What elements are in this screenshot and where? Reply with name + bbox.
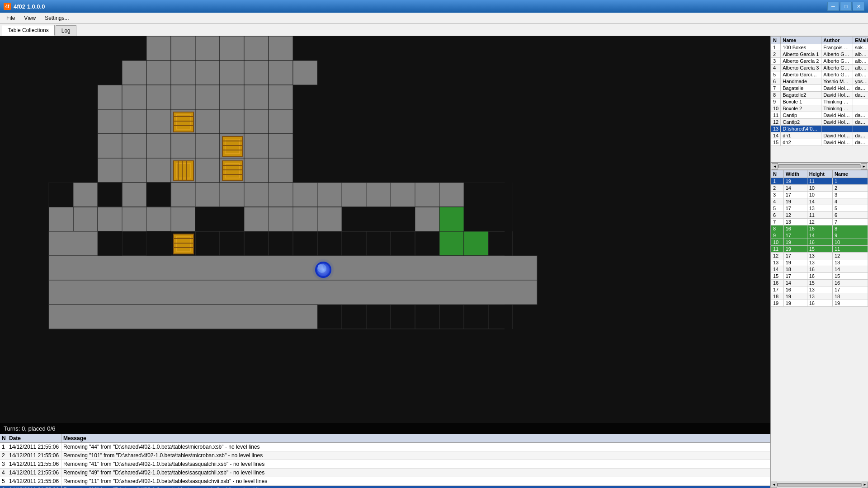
scrollbar-track[interactable] — [778, 164, 861, 168]
col-author: Author — [821, 37, 853, 44]
collection-row[interactable]: 8 Bagatelle2 David Holland david@ — [771, 92, 868, 99]
level-width: 19 — [783, 246, 807, 253]
collection-author: Alberto García — [821, 71, 853, 78]
levels-table[interactable]: N Width Height Name 1 19 11 1 2 14 10 2 … — [771, 170, 868, 481]
svg-rect-25 — [146, 109, 171, 134]
minimize-button[interactable]: ─ — [827, 2, 839, 11]
collection-n: 13 — [771, 126, 781, 132]
level-name: 9 — [832, 232, 868, 239]
level-row[interactable]: 3 17 10 3 — [771, 192, 868, 198]
collection-row[interactable]: 4 Alberto García 3 Alberto García albert… — [771, 65, 868, 71]
maximize-button[interactable]: □ — [840, 2, 852, 11]
collection-row[interactable]: 1 100 Boxes François Marques sokoba — [771, 44, 868, 51]
level-n: 9 — [771, 232, 784, 239]
log-header: N Date Message — [0, 434, 770, 443]
menubar: File View Settings... — [0, 13, 868, 23]
h-scrollbar[interactable]: ◄ ► — [771, 163, 868, 170]
collection-row[interactable]: 9 Boxole 1 Thinking Rabbit,... — [771, 99, 868, 105]
game-area[interactable]: Turns: 0, placed 0/6 — [0, 36, 770, 434]
svg-rect-128 — [49, 280, 537, 305]
level-width: 13 — [783, 219, 807, 225]
level-height: 16 — [807, 300, 832, 307]
collection-row[interactable]: 13 D:\shared\4f02-... — [771, 126, 868, 132]
level-row[interactable]: 17 16 13 17 — [771, 286, 868, 293]
level-name: 5 — [832, 205, 868, 212]
collection-author: David Holland — [821, 119, 853, 126]
log-n: 6 — [0, 486, 7, 488]
collection-row[interactable]: 7 Bagatelle David Holland david@ — [771, 85, 868, 92]
log-row[interactable]: 5 14/12/2011 21:55:06 Removing "11" from… — [0, 477, 770, 486]
levels-h-scrollbar[interactable]: ◄ ► — [771, 481, 868, 488]
collection-name: Alberto García B... — [781, 71, 821, 78]
collection-email: yoshio — [853, 78, 868, 85]
level-row[interactable]: 4 19 14 4 — [771, 198, 868, 205]
level-row[interactable]: 13 19 13 13 — [771, 259, 868, 266]
level-row[interactable]: 12 17 13 12 — [771, 253, 868, 259]
tab-table-collections[interactable]: Table Collections — [2, 25, 55, 36]
log-n: 3 — [0, 460, 7, 468]
titlebar-controls[interactable]: ─ □ ✕ — [827, 2, 864, 11]
collection-row[interactable]: 3 Alberto García 2 Alberto García albert… — [771, 58, 868, 65]
collection-email — [853, 99, 868, 105]
level-row[interactable]: 16 14 15 16 — [771, 280, 868, 286]
level-row[interactable]: 2 14 10 2 — [771, 185, 868, 192]
log-date: 14/12/2011 21:55:06 — [7, 451, 61, 460]
svg-rect-23 — [98, 109, 122, 134]
collection-row[interactable]: 15 dh2 David Holland david@ — [771, 139, 868, 146]
close-button[interactable]: ✕ — [853, 2, 864, 11]
collection-row[interactable]: 14 dh1 David Holland david@ — [771, 132, 868, 139]
menu-view[interactable]: View — [19, 14, 40, 22]
level-name: 12 — [832, 253, 868, 259]
collection-row[interactable]: 10 Boxole 2 Thinking Rabbit,... — [771, 105, 868, 112]
level-row[interactable]: 8 16 16 8 — [771, 225, 868, 232]
collection-row[interactable]: 5 Alberto García B... Alberto García alb… — [771, 71, 868, 78]
level-row[interactable]: 6 12 11 6 — [771, 212, 868, 219]
log-row[interactable]: 4 14/12/2011 21:55:06 Removing "49" from… — [0, 469, 770, 477]
scroll-left-btn[interactable]: ◄ — [772, 163, 778, 169]
collection-row[interactable]: 6 Handmade Yoshio Murase yoshio — [771, 78, 868, 85]
level-row[interactable]: 18 19 13 18 — [771, 293, 868, 300]
svg-rect-115 — [464, 183, 488, 207]
svg-rect-49 — [98, 158, 122, 183]
log-row[interactable]: 1 14/12/2011 21:55:06 Removing "44" from… — [0, 443, 770, 451]
log-row[interactable]: 3 14/12/2011 21:55:06 Removing "41" from… — [0, 460, 770, 469]
level-width: 19 — [783, 259, 807, 266]
svg-rect-43 — [269, 134, 293, 158]
collections-table[interactable]: N Name Author EMail 1 100 Boxes François… — [771, 36, 868, 163]
collection-row[interactable]: 11 Cantip David Holland david@ — [771, 112, 868, 119]
collection-author: Yoshio Murase — [821, 78, 853, 85]
levels-track[interactable] — [777, 483, 862, 487]
levels-scroll-left[interactable]: ◄ — [771, 482, 777, 488]
level-row[interactable]: 1 19 11 1 — [771, 178, 868, 185]
level-row[interactable]: 5 17 13 5 — [771, 205, 868, 212]
svg-rect-114 — [391, 207, 415, 231]
level-width: 17 — [783, 253, 807, 259]
collection-name: dh1 — [781, 132, 821, 139]
tab-log[interactable]: Log — [56, 25, 76, 36]
level-n: 18 — [771, 293, 784, 300]
level-row[interactable]: 19 19 16 19 — [771, 300, 868, 307]
log-n: 5 — [0, 477, 7, 485]
svg-rect-37 — [122, 134, 146, 158]
menu-settings[interactable]: Settings... — [40, 14, 73, 22]
collection-row[interactable]: 12 Cantip2 David Holland david@ — [771, 119, 868, 126]
svg-rect-126 — [49, 231, 98, 256]
level-row[interactable]: 7 13 12 7 — [771, 219, 868, 225]
level-width: 17 — [783, 273, 807, 280]
svg-rect-15 — [98, 85, 122, 109]
level-row[interactable]: 9 17 14 9 — [771, 232, 868, 239]
level-row[interactable]: 10 19 16 10 — [771, 239, 868, 246]
level-row[interactable]: 11 19 15 11 — [771, 246, 868, 253]
collection-email: sokoba — [853, 44, 868, 51]
menu-file[interactable]: File — [2, 14, 19, 22]
level-name: 7 — [832, 219, 868, 225]
scroll-right-btn[interactable]: ► — [861, 163, 867, 169]
collection-author: Thinking Rabbit,... — [821, 99, 853, 105]
collection-row[interactable]: 2 Alberto García 1 Alberto García albert… — [771, 51, 868, 58]
log-row[interactable]: 6 14/12/2011 21:55:06 Removing "12" from… — [0, 486, 770, 488]
level-row[interactable]: 15 17 16 15 — [771, 273, 868, 280]
levels-scroll-right[interactable]: ► — [862, 482, 868, 488]
log-row[interactable]: 2 14/12/2011 21:55:06 Removing "101" fro… — [0, 451, 770, 460]
level-row[interactable]: 14 18 16 14 — [771, 266, 868, 273]
log-message: Removing "41" from "D:\shared\4f02-1.0.b… — [61, 460, 770, 468]
